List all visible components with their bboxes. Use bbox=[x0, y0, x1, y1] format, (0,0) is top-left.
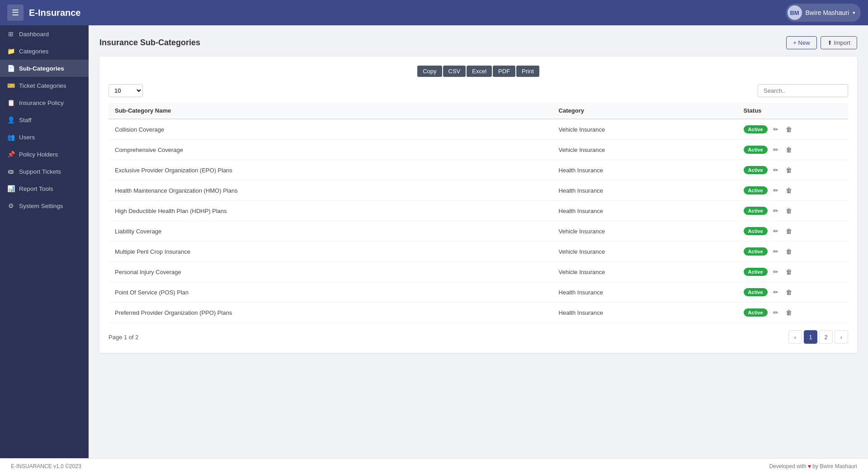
delete-button[interactable]: 🗑 bbox=[784, 227, 794, 236]
table-row: Collision Coverage Vehicle Insurance Act… bbox=[108, 119, 848, 140]
sidebar-item-insurance-policy[interactable]: 📋 Insurance Policy bbox=[0, 94, 89, 111]
cell-status: Active ✏ 🗑 bbox=[737, 221, 848, 242]
delete-button[interactable]: 🗑 bbox=[784, 288, 794, 297]
cell-status: Active ✏ 🗑 bbox=[737, 119, 848, 140]
navbar: ☰ E-Insurance BM Bwire Mashauri ▾ bbox=[0, 0, 868, 25]
delete-button[interactable]: 🗑 bbox=[784, 267, 794, 276]
categories-icon: 📁 bbox=[7, 47, 14, 55]
sidebar-label-dashboard: Dashboard bbox=[19, 31, 49, 38]
report-tools-icon: 📊 bbox=[7, 185, 14, 192]
sidebar-label-users: Users bbox=[19, 134, 35, 141]
cell-status: Active ✏ 🗑 bbox=[737, 262, 848, 282]
status-badge: Active bbox=[744, 125, 768, 133]
edit-button[interactable]: ✏ bbox=[771, 166, 780, 175]
search-input[interactable] bbox=[758, 84, 848, 97]
sidebar-item-users[interactable]: 👥 Users bbox=[0, 128, 89, 146]
chevron-down-icon: ▾ bbox=[853, 10, 855, 16]
table-body: Collision Coverage Vehicle Insurance Act… bbox=[108, 119, 848, 323]
insurance-policy-icon: 📋 bbox=[7, 99, 14, 106]
sidebar-item-sub-categories[interactable]: 📄 Sub-Categories bbox=[0, 60, 89, 77]
next-page-button[interactable]: › bbox=[835, 330, 848, 344]
status-badge: Active bbox=[744, 247, 768, 256]
export-copy-button[interactable]: Copy bbox=[417, 66, 442, 77]
dashboard-icon: ⊞ bbox=[7, 30, 14, 38]
edit-button[interactable]: ✏ bbox=[771, 206, 780, 215]
hamburger-button[interactable]: ☰ bbox=[7, 5, 24, 21]
sidebar-label-staff: Staff bbox=[19, 117, 32, 123]
delete-button[interactable]: 🗑 bbox=[784, 125, 794, 134]
page-2-button[interactable]: 2 bbox=[819, 330, 833, 344]
page-1-button[interactable]: 1 bbox=[804, 330, 817, 344]
delete-button[interactable]: 🗑 bbox=[784, 308, 794, 317]
edit-button[interactable]: ✏ bbox=[771, 227, 780, 236]
user-name: Bwire Mashauri bbox=[806, 9, 849, 16]
table-row: Personal Injury Coverage Vehicle Insuran… bbox=[108, 262, 848, 282]
col-header-category: Category bbox=[552, 103, 737, 119]
edit-button[interactable]: ✏ bbox=[771, 267, 780, 276]
table-controls: 10 25 50 100 bbox=[108, 84, 848, 97]
delete-button[interactable]: 🗑 bbox=[784, 247, 794, 256]
table-row: High Deductible Health Plan (HDHP) Plans… bbox=[108, 201, 848, 221]
status-badge: Active bbox=[744, 186, 768, 194]
sidebar-label-report-tools: Report Tools bbox=[19, 185, 53, 192]
cell-category: Vehicle Insurance bbox=[552, 221, 737, 242]
cell-category: Vehicle Insurance bbox=[552, 140, 737, 160]
pagination-bar: Page 1 of 2 ‹ 1 2 › bbox=[108, 330, 848, 344]
system-settings-icon: ⚙ bbox=[7, 202, 14, 209]
sidebar-item-ticket-categories[interactable]: 🎫 Ticket Categories bbox=[0, 77, 89, 94]
export-pdf-button[interactable]: PDF bbox=[493, 66, 515, 77]
export-print-button[interactable]: Print bbox=[516, 66, 539, 77]
table-row: Health Maintenance Organization (HMO) Pl… bbox=[108, 180, 848, 201]
sidebar-item-dashboard[interactable]: ⊞ Dashboard bbox=[0, 25, 89, 43]
col-header-name: Sub-Category Name bbox=[108, 103, 552, 119]
main-card: Copy CSV Excel PDF Print 10 25 50 100 bbox=[99, 57, 857, 353]
cell-name: Health Maintenance Organization (HMO) Pl… bbox=[108, 180, 552, 201]
delete-button[interactable]: 🗑 bbox=[784, 206, 794, 215]
cell-name: Personal Injury Coverage bbox=[108, 262, 552, 282]
cell-status: Active ✏ 🗑 bbox=[737, 180, 848, 201]
edit-button[interactable]: ✏ bbox=[771, 125, 780, 134]
new-button[interactable]: + New bbox=[786, 36, 816, 49]
footer-right: Developed with ♥ by Bwire Mashauri bbox=[769, 463, 857, 469]
sidebar-label-ticket-categories: Ticket Categories bbox=[19, 82, 66, 89]
page-title: Insurance Sub-Categories bbox=[99, 38, 200, 47]
export-excel-button[interactable]: Excel bbox=[467, 66, 492, 77]
status-badge: Active bbox=[744, 288, 768, 296]
delete-button[interactable]: 🗑 bbox=[784, 145, 794, 154]
sidebar-item-support-tickets[interactable]: 🎟 Support Tickets bbox=[0, 163, 89, 180]
prev-page-button[interactable]: ‹ bbox=[788, 330, 802, 344]
user-menu[interactable]: BM Bwire Mashauri ▾ bbox=[786, 4, 861, 22]
sidebar-item-categories[interactable]: 📁 Categories bbox=[0, 43, 89, 60]
delete-button[interactable]: 🗑 bbox=[784, 166, 794, 175]
export-csv-button[interactable]: CSV bbox=[443, 66, 466, 77]
layout: ⊞ Dashboard 📁 Categories 📄 Sub-Categorie… bbox=[0, 25, 868, 458]
table-row: Liability Coverage Vehicle Insurance Act… bbox=[108, 221, 848, 242]
delete-button[interactable]: 🗑 bbox=[784, 186, 794, 195]
sub-categories-icon: 📄 bbox=[7, 65, 14, 72]
pagination: ‹ 1 2 › bbox=[788, 330, 848, 344]
status-badge: Active bbox=[744, 146, 768, 154]
cell-status: Active ✏ 🗑 bbox=[737, 140, 848, 160]
cell-status: Active ✏ 🗑 bbox=[737, 242, 848, 262]
cell-category: Vehicle Insurance bbox=[552, 242, 737, 262]
edit-button[interactable]: ✏ bbox=[771, 186, 780, 195]
table-row: Comprehensive Coverage Vehicle Insurance… bbox=[108, 140, 848, 160]
edit-button[interactable]: ✏ bbox=[771, 247, 780, 256]
sidebar-item-system-settings[interactable]: ⚙ System Settings bbox=[0, 197, 89, 214]
per-page-select[interactable]: 10 25 50 100 bbox=[108, 84, 143, 97]
sidebar-item-report-tools[interactable]: 📊 Report Tools bbox=[0, 180, 89, 197]
cell-status: Active ✏ 🗑 bbox=[737, 282, 848, 303]
sidebar-label-sub-categories: Sub-Categories bbox=[19, 65, 64, 72]
edit-button[interactable]: ✏ bbox=[771, 145, 780, 154]
edit-button[interactable]: ✏ bbox=[771, 288, 780, 297]
import-button[interactable]: ⬆ Import bbox=[821, 36, 857, 49]
sidebar-item-staff[interactable]: 👤 Staff bbox=[0, 111, 89, 128]
sidebar-label-insurance-policy: Insurance Policy bbox=[19, 100, 64, 106]
cell-name: Comprehensive Coverage bbox=[108, 140, 552, 160]
edit-button[interactable]: ✏ bbox=[771, 308, 780, 317]
status-badge: Active bbox=[744, 227, 768, 235]
cell-status: Active ✏ 🗑 bbox=[737, 160, 848, 180]
sub-categories-table: Sub-Category Name Category Status Collis… bbox=[108, 103, 848, 323]
sidebar-item-policy-holders[interactable]: 📌 Policy Holders bbox=[0, 146, 89, 163]
page-info: Page 1 of 2 bbox=[108, 334, 139, 341]
